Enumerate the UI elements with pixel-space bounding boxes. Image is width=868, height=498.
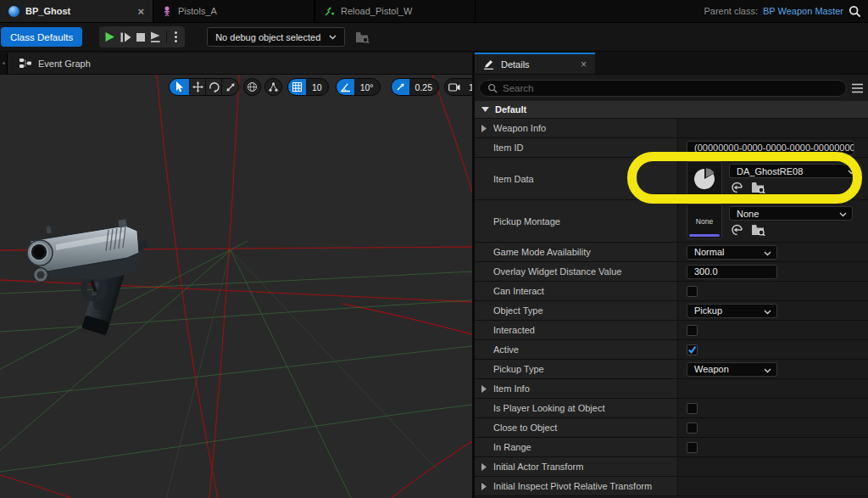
chevron-down-icon	[764, 251, 771, 256]
tab-event-graph[interactable]: Event Graph	[8, 53, 103, 74]
advance-frame-icon[interactable]	[150, 31, 161, 42]
coordinate-space-toggle[interactable]	[243, 78, 261, 96]
row-interacted: Interacted	[475, 321, 868, 340]
row-can-interact: Can Interact	[475, 282, 868, 301]
row-initial-inspect-pivot-transform[interactable]: Initial Inspect Pivot Relative Transform	[475, 477, 868, 496]
use-selected-asset-icon[interactable]	[731, 224, 743, 236]
search-input[interactable]	[503, 83, 838, 93]
chevron-down-icon	[839, 212, 847, 217]
surface-snapping-toggle[interactable]	[264, 78, 282, 96]
view-options-icon[interactable]	[852, 83, 863, 93]
pistol-model[interactable]	[27, 219, 148, 335]
stop-button-icon[interactable]	[136, 33, 145, 42]
use-selected-asset-icon[interactable]	[731, 182, 743, 193]
tab-label: Details	[501, 59, 530, 70]
class-defaults-button[interactable]: Class Defaults	[1, 27, 82, 47]
overlay-widget-distance-input[interactable]: 300.0	[687, 265, 777, 279]
close-icon[interactable]: ×	[122, 5, 144, 18]
blueprint-class-icon	[8, 6, 19, 17]
preview-viewport[interactable]: 10 10° 0.25	[0, 75, 472, 498]
debug-object-selector[interactable]: No debug object selected	[207, 27, 345, 47]
camera-icon	[445, 79, 463, 95]
active-checkbox[interactable]	[687, 344, 698, 355]
row-label: Pickup Montage	[493, 216, 560, 227]
row-initial-actor-transform[interactable]: Initial Actor Transform	[475, 457, 868, 477]
rotate-tool-button[interactable]	[206, 79, 222, 95]
rotation-snap-value: 10°	[354, 79, 380, 95]
parent-class-link[interactable]: BP Weapon Master	[763, 6, 843, 16]
scale-snap-control[interactable]: 0.25	[391, 78, 439, 96]
chevron-down-icon	[764, 310, 771, 315]
is-player-looking-checkbox[interactable]	[687, 403, 698, 414]
pickup-montage-dropdown[interactable]: None	[729, 206, 853, 221]
chevron-right-icon[interactable]	[481, 483, 487, 490]
close-icon[interactable]: ×	[581, 59, 587, 70]
chevron-down-icon	[848, 170, 855, 175]
chevron-down-icon	[329, 35, 337, 40]
in-range-checkbox[interactable]	[687, 442, 698, 453]
tab-reload-pistol-w[interactable]: Reload_Pistol_W	[314, 0, 476, 22]
row-label: Close to Object	[493, 422, 557, 433]
grid-snap-control[interactable]: 10	[287, 78, 329, 96]
chevron-right-icon[interactable]	[481, 125, 487, 132]
viewport-canvas[interactable]	[0, 75, 472, 498]
scale-snap-value: 0.25	[409, 79, 438, 95]
item-data-dropdown[interactable]: DA_GhostRE08	[729, 164, 861, 178]
thumbnail-label: None	[696, 217, 713, 226]
interacted-checkbox[interactable]	[687, 325, 698, 336]
play-options-menu-icon[interactable]	[172, 31, 180, 42]
details-search-row	[475, 75, 868, 101]
item-data-thumbnail[interactable]	[687, 161, 722, 197]
tab-label: Pistols_A	[178, 6, 217, 16]
close-to-object-checkbox[interactable]	[687, 422, 698, 434]
browse-to-asset-icon[interactable]	[751, 182, 765, 193]
snap-hierarchy-icon	[268, 81, 279, 92]
pickup-type-dropdown[interactable]: Weapon	[687, 362, 777, 377]
category-default[interactable]: Default	[475, 101, 868, 119]
game-mode-availability-dropdown[interactable]: Normal	[687, 245, 777, 260]
browse-debug-object-icon[interactable]	[355, 31, 370, 43]
search-box[interactable]	[479, 80, 847, 97]
row-active: Active	[475, 340, 868, 360]
row-weapon-info[interactable]: Weapon Info	[475, 119, 868, 138]
skeletal-mesh-icon	[162, 6, 172, 17]
move-icon	[192, 81, 203, 92]
parent-class-label: Parent class:	[704, 6, 758, 16]
frame-skip-icon[interactable]	[120, 32, 131, 42]
tab-label: Reload_Pistol_W	[341, 6, 412, 16]
rotate-icon	[209, 81, 220, 92]
tab-details[interactable]: Details ×	[475, 53, 595, 74]
grid-snap-value: 10	[306, 79, 328, 95]
chevron-down-icon	[764, 368, 771, 373]
row-label: Item Info	[493, 383, 530, 394]
select-tool-button[interactable]	[170, 79, 190, 95]
animation-sequence-icon	[324, 6, 335, 17]
row-is-player-looking: Is Player Looking at Object	[475, 399, 868, 418]
play-button-icon[interactable]	[104, 31, 115, 42]
row-label: Initial Actor Transform	[493, 462, 583, 472]
object-type-dropdown[interactable]: Pickup	[687, 304, 777, 318]
camera-speed-control[interactable]: 1	[444, 78, 472, 96]
move-tool-button[interactable]	[190, 79, 206, 95]
tab-bp-ghost[interactable]: BP_Ghost ×	[0, 0, 153, 22]
browse-to-asset-icon[interactable]	[751, 224, 765, 236]
chevron-right-icon[interactable]	[481, 385, 487, 393]
divider	[166, 31, 167, 43]
scale-snap-icon	[392, 79, 409, 95]
row-label: Game Mode Availability	[493, 247, 591, 257]
row-item-data: Item Data DA_GhostRE08	[475, 158, 868, 200]
item-id-field[interactable]: (00000000-0000-0000-0000-000000000000)	[687, 141, 854, 155]
chevron-right-icon[interactable]	[481, 463, 487, 471]
search-icon[interactable]	[849, 5, 861, 18]
category-label: Default	[495, 104, 526, 115]
rotation-snap-control[interactable]: 10°	[336, 78, 381, 96]
pickup-montage-thumbnail[interactable]: None	[687, 204, 722, 239]
details-panel: Details × Default Weapon Info Item ID	[475, 53, 868, 498]
scale-tool-button[interactable]	[222, 79, 238, 95]
tab-pistols-a[interactable]: Pistols_A	[153, 0, 314, 22]
montage-color-bar	[689, 234, 720, 237]
row-in-range: In Range	[475, 438, 868, 457]
collapsed-panel-edge[interactable]	[0, 53, 8, 74]
can-interact-checkbox[interactable]	[687, 286, 698, 297]
row-item-info[interactable]: Item Info	[475, 379, 868, 399]
